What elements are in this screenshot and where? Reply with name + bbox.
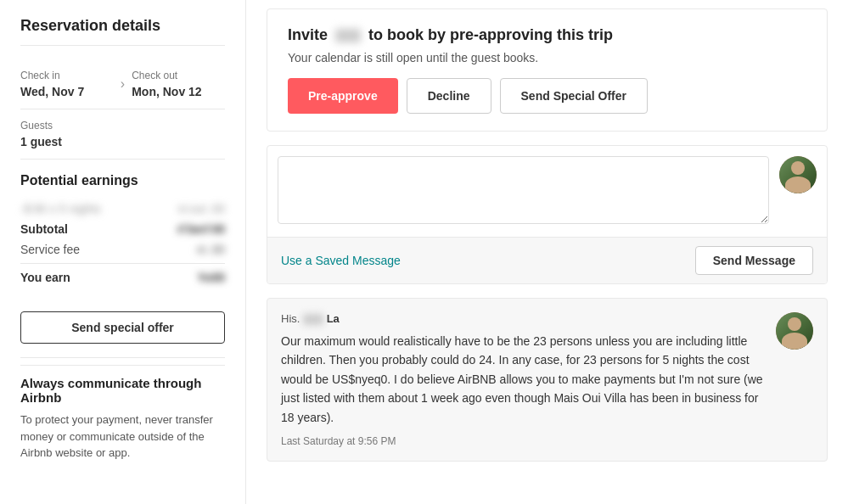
invite-actions: Pre-approve Decline Send Special Offer xyxy=(288,78,806,114)
communicate-text: To protect your payment, never transfer … xyxy=(20,412,225,462)
send-special-offer-button[interactable]: Send special offer xyxy=(20,311,225,344)
service-amount: ni .00 xyxy=(197,243,225,256)
subtotal-label: Subtotal xyxy=(20,222,68,236)
earnings-title: Potential earnings xyxy=(20,173,225,188)
invite-title-suffix: to book by pre-approving this trip xyxy=(368,26,613,43)
checkout-value: Mon, Nov 12 xyxy=(132,85,225,98)
sender-line: His. La xyxy=(281,312,766,325)
you-earn-row: You earn Yo00 xyxy=(20,271,225,284)
earnings-divider xyxy=(20,263,225,264)
thread-avatar xyxy=(776,312,813,350)
checkin-value: Wed, Nov 7 xyxy=(20,85,114,98)
guest-name-blurred xyxy=(335,29,361,42)
send-special-offer-top-button[interactable]: Send Special Offer xyxy=(500,78,648,114)
compose-inner xyxy=(267,146,827,237)
communicate-section: Always communicate through Airbnb To pro… xyxy=(20,365,225,462)
sidebar: Reservation details Check in Wed, Nov 7 … xyxy=(0,0,246,504)
guests-value: 1 guest xyxy=(20,135,225,148)
checkin-block: Check in Wed, Nov 7 xyxy=(20,70,114,98)
nights-amount: ni out .00 xyxy=(178,202,225,216)
invite-subtitle: Your calendar is still open until the gu… xyxy=(288,51,806,64)
user-avatar xyxy=(779,156,817,193)
checkout-label: Check out xyxy=(132,70,225,81)
message-body: His. La Our maximum would realistically … xyxy=(281,312,766,447)
checkin-label: Check in xyxy=(20,70,114,81)
thread-user-avatar xyxy=(776,312,813,350)
invite-card: Invite to book by pre-approving this tri… xyxy=(267,8,828,132)
subtotal-row: Subtotal rl berl 00 xyxy=(20,222,225,236)
decline-button[interactable]: Decline xyxy=(407,78,491,114)
nights-row: -$ 90 x 5 nights ni out .00 xyxy=(20,202,225,216)
message-compose-textarea[interactable] xyxy=(278,156,769,224)
compose-wrapper xyxy=(278,156,769,227)
message-actions-bar: Use a Saved Message Send Message xyxy=(267,237,827,283)
sender-blurred xyxy=(303,314,323,325)
checkin-checkout-row: Check in Wed, Nov 7 › Check out Mon, Nov… xyxy=(20,59,225,109)
communicate-title: Always communicate through Airbnb xyxy=(20,376,225,405)
message-text: Our maximum would realistically have to … xyxy=(281,332,766,427)
sender-name: La xyxy=(327,312,340,325)
sidebar-title: Reservation details xyxy=(20,17,225,46)
subtotal-amount: rl berl 00 xyxy=(177,222,225,236)
guests-section: Guests 1 guest xyxy=(20,109,225,160)
thread-inner: His. La Our maximum would realistically … xyxy=(281,312,813,447)
main-content: Invite to book by pre-approving this tri… xyxy=(246,0,848,504)
message-timestamp: Last Saturday at 9:56 PM xyxy=(281,435,766,447)
you-earn-amount: Yo00 xyxy=(198,271,225,284)
checkout-block: Check out Mon, Nov 12 xyxy=(132,70,225,98)
compose-avatar xyxy=(779,156,817,193)
guests-label: Guests xyxy=(20,120,225,132)
arrow-icon: › xyxy=(114,76,132,92)
service-fee-row: Service fee ni .00 xyxy=(20,243,225,256)
preapprove-button[interactable]: Pre-approve xyxy=(288,78,398,114)
message-compose-card: Use a Saved Message Send Message xyxy=(267,145,828,284)
sidebar-divider xyxy=(20,357,225,358)
earnings-section: Potential earnings -$ 90 x 5 nights ni o… xyxy=(20,160,225,298)
you-earn-label: You earn xyxy=(20,271,70,284)
use-saved-message-button[interactable]: Use a Saved Message xyxy=(281,254,401,267)
message-thread-card: His. La Our maximum would realistically … xyxy=(267,298,828,462)
sender-prefix: His. xyxy=(281,312,300,325)
service-label: Service fee xyxy=(20,243,80,256)
nights-label: -$ 90 x 5 nights xyxy=(20,202,101,216)
invite-title: Invite to book by pre-approving this tri… xyxy=(288,26,806,44)
send-message-button[interactable]: Send Message xyxy=(695,246,813,275)
invite-title-prefix: Invite xyxy=(288,26,328,43)
